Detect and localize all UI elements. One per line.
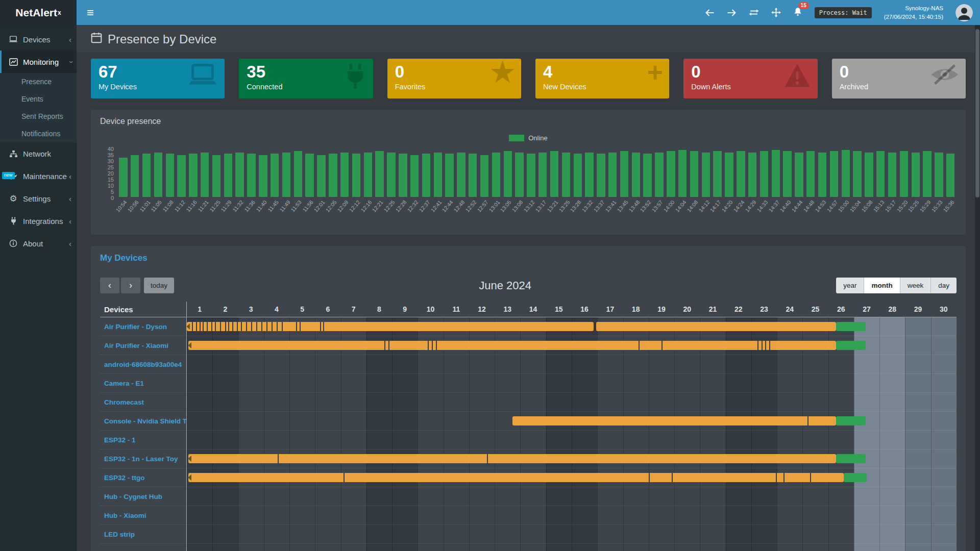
chart-legend[interactable]: Online: [100, 134, 957, 142]
device-name-link[interactable]: ESP32 - 1: [100, 431, 186, 449]
notifications-button[interactable]: 15: [793, 7, 802, 18]
stat-card[interactable]: 35 Connected: [239, 59, 373, 98]
legend-swatch: [509, 135, 524, 141]
sidebar-item-settings[interactable]: ⚙ Settings ‹: [0, 187, 77, 210]
day-header-cell[interactable]: 29: [905, 302, 930, 317]
sidebar-item-about[interactable]: About ‹: [0, 232, 77, 255]
submenu-item-events[interactable]: Events: [0, 90, 77, 108]
presence-event-bar-online-now[interactable]: [836, 341, 866, 350]
chart-bar: [224, 154, 232, 197]
chart-bar: [305, 154, 313, 197]
presence-event-bar-online-past[interactable]: [188, 341, 836, 350]
forward-arrow-icon[interactable]: [727, 9, 737, 17]
day-header-cell[interactable]: 18: [623, 302, 649, 317]
device-name-link[interactable]: Hub - Cygnet Hub: [100, 487, 186, 506]
day-header-cell[interactable]: 17: [597, 302, 623, 317]
device-name-link[interactable]: Air Purifier - Dyson: [100, 317, 186, 336]
my-devices-title[interactable]: My Devices: [100, 253, 957, 263]
sidebar-item-label: Monitoring: [23, 58, 59, 66]
day-header-cell[interactable]: 6: [315, 302, 340, 317]
stat-card[interactable]: 0 Favorites ★: [387, 59, 521, 98]
day-header-cell[interactable]: 27: [854, 302, 879, 317]
device-name-link[interactable]: Air Purifier - Xiaomi: [100, 336, 186, 355]
day-header-cell[interactable]: 19: [649, 302, 674, 317]
page-scrollbar[interactable]: [975, 25, 980, 551]
device-name-link[interactable]: Console - Nvidia Shield TV: [100, 412, 186, 431]
day-header-cell[interactable]: 22: [726, 302, 751, 317]
stat-card[interactable]: 0 Archived: [832, 59, 966, 98]
scrollbar-thumb[interactable]: [975, 29, 979, 197]
device-name-link[interactable]: LED strip: [100, 525, 186, 544]
hamburger-menu-button[interactable]: ≡: [77, 0, 104, 25]
app-logo[interactable]: NetAlertx: [0, 0, 77, 25]
day-header-cell[interactable]: 12: [469, 302, 495, 317]
prev-month-button[interactable]: ‹: [100, 278, 119, 293]
stat-card[interactable]: 67 My Devices: [91, 59, 225, 98]
submenu-item-notifications[interactable]: Notifications: [0, 125, 77, 142]
submenu-item-presence[interactable]: Presence: [0, 73, 77, 90]
move-arrows-icon[interactable]: [771, 8, 781, 17]
view-month-button[interactable]: month: [864, 278, 900, 293]
day-header-cell[interactable]: 7: [341, 302, 366, 317]
day-header-cell[interactable]: 14: [520, 302, 546, 317]
sidebar-item-monitoring[interactable]: Monitoring ‹: [0, 51, 77, 73]
view-week-button[interactable]: week: [900, 278, 932, 293]
day-header-cell[interactable]: 24: [777, 302, 802, 317]
today-button[interactable]: today: [144, 278, 174, 293]
day-header-cell[interactable]: 26: [828, 302, 854, 317]
day-header-cell[interactable]: 1: [187, 302, 212, 317]
device-name-link[interactable]: Chromecast: [100, 393, 186, 412]
refresh-icon[interactable]: [749, 9, 759, 16]
view-year-button[interactable]: year: [836, 278, 864, 293]
day-header-cell[interactable]: 9: [392, 302, 418, 317]
presence-event-bar-online-past[interactable]: [596, 322, 836, 331]
stat-card[interactable]: 0 Down Alerts: [683, 59, 817, 98]
chart-bar: [177, 155, 185, 197]
device-name-link[interactable]: ESP32 - 1n - Laser Toy: [100, 449, 186, 468]
day-header-cell[interactable]: 30: [931, 302, 957, 317]
presence-event-bar-online-past[interactable]: [187, 322, 594, 331]
day-header-cell[interactable]: 25: [802, 302, 828, 317]
day-header-cell[interactable]: 15: [546, 302, 572, 317]
day-header-cell[interactable]: 3: [238, 302, 264, 317]
view-day-button[interactable]: day: [931, 278, 957, 293]
calendar-header-row: Devices 12345678910111213141516171819202…: [100, 302, 957, 317]
presence-event-bar-online-now[interactable]: [844, 473, 867, 482]
day-header-cell[interactable]: 13: [495, 302, 520, 317]
day-header-cell[interactable]: 5: [289, 302, 315, 317]
day-header-cell[interactable]: 11: [444, 302, 469, 317]
presence-event-bar-online-past[interactable]: [188, 473, 844, 482]
device-name-link[interactable]: Hub - Xiaomi: [100, 506, 186, 525]
day-header-cell[interactable]: 20: [674, 302, 700, 317]
gear-icon: ⚙: [8, 194, 18, 203]
calendar-toolbar: ‹ › today June 2024 year month week day: [100, 278, 957, 293]
day-header-cell[interactable]: 23: [751, 302, 777, 317]
sidebar-item-network[interactable]: Network: [0, 142, 77, 165]
device-name-link[interactable]: android-68608b93a00e4: [100, 355, 186, 374]
day-header-cell[interactable]: 21: [700, 302, 725, 317]
presence-event-bar-online-now[interactable]: [836, 322, 866, 331]
day-header-cell[interactable]: 16: [572, 302, 597, 317]
sidebar-item-maintenance[interactable]: new Maintenance ‹: [0, 165, 77, 187]
presence-event-bar-online-past[interactable]: [188, 454, 836, 463]
back-arrow-icon[interactable]: [705, 9, 715, 17]
submenu-item-sent-reports[interactable]: Sent Reports: [0, 108, 77, 125]
day-header-cell[interactable]: 4: [264, 302, 289, 317]
avatar[interactable]: [955, 4, 973, 21]
sidebar-item-devices[interactable]: Devices ‹: [0, 28, 77, 51]
next-month-button[interactable]: ›: [121, 278, 140, 293]
offline-tick: [232, 322, 233, 331]
day-header-cell[interactable]: 28: [879, 302, 905, 317]
presence-event-bar-online-past[interactable]: [512, 416, 836, 425]
offline-tick: [783, 473, 785, 482]
device-name-link[interactable]: ESP32 - ttgo: [100, 468, 186, 487]
day-header-cell[interactable]: 2: [212, 302, 238, 317]
stat-card[interactable]: 4 New Devices +: [535, 59, 669, 98]
device-name-link[interactable]: Camera - E1: [100, 374, 186, 393]
day-header-cell[interactable]: 8: [366, 302, 392, 317]
device-name-link[interactable]: Light - bedside B WiFi: [100, 544, 186, 551]
day-header-cell[interactable]: 10: [418, 302, 443, 317]
sidebar-item-integrations[interactable]: Integrations ‹: [0, 210, 77, 232]
presence-event-bar-online-now[interactable]: [836, 454, 866, 463]
presence-event-bar-online-now[interactable]: [836, 416, 866, 425]
